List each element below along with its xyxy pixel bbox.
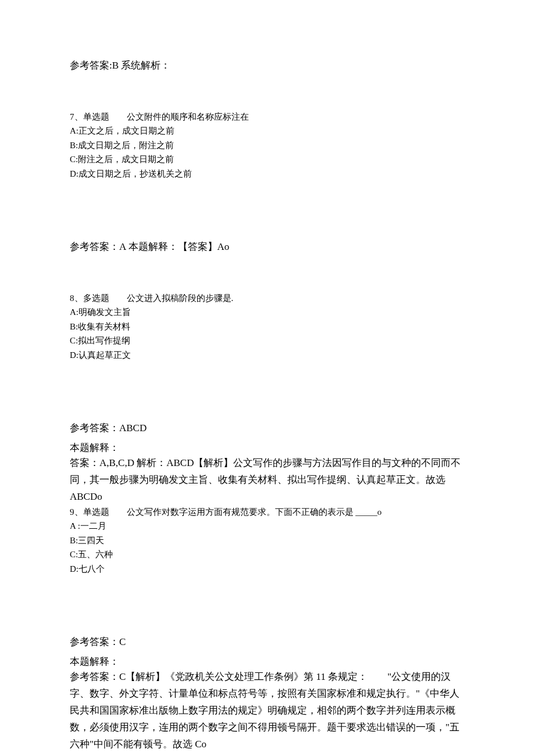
- q9-option-c: C:五、六种: [70, 548, 465, 561]
- q8-option-c: C:拟出写作提纲: [70, 334, 465, 347]
- q9-explain-head: 本题解释：: [70, 654, 465, 669]
- q9-header: 9、单选题 公文写作对数字运用方面有规范要求。下面不正确的表示是 _____o: [70, 506, 465, 519]
- q7-answer: 参考答案：A 本题解释：【答案】Ao: [70, 239, 465, 255]
- q8-option-a: A:明确发文主旨: [70, 306, 465, 319]
- spacer: [70, 181, 465, 239]
- spacer: [70, 259, 465, 292]
- q9-option-d: D:七八个: [70, 562, 465, 576]
- spacer: [70, 363, 465, 421]
- spacer: [70, 78, 465, 110]
- q7-option-c: C:附注之后，成文日期之前: [70, 153, 465, 166]
- document-page: 参考答案:B 系统解析： 7、单选题 公文附件的顺序和名称应标注在 A:正文之后…: [0, 0, 535, 756]
- q8-option-b: B:收集有关材料: [70, 320, 465, 334]
- q7-option-a: A:正文之后，成文日期之前: [70, 124, 465, 138]
- q8-explain-body: 答案：A,B,C,D 解析：ABCD【解析】公文写作的步骤与方法因写作目的与文种…: [70, 455, 465, 506]
- q7-header: 7、单选题 公文附件的顺序和名称应标注在: [70, 110, 465, 124]
- q8-answer: 参考答案：ABCD: [70, 421, 465, 436]
- q8-explain-head: 本题解释：: [70, 440, 465, 456]
- q9-option-b: B:三四天: [70, 534, 465, 547]
- q8-header: 8、多选题 公文进入拟稿阶段的步骤是.: [70, 292, 465, 305]
- q7-option-d: D:成文日期之后，抄送机关之前: [70, 167, 465, 181]
- q9-option-a: A :一二月: [70, 519, 465, 533]
- q8-option-d: D:认真起草正文: [70, 349, 465, 362]
- q9-explain-body: 参考答案：C【解析】《党政机关公文处理工作条例》第 11 条规定： "公文使用的…: [70, 669, 465, 753]
- q9-answer: 参考答案：C: [70, 635, 465, 650]
- spacer: [70, 576, 465, 635]
- q6-answer: 参考答案:B 系统解析：: [70, 58, 465, 73]
- q7-option-b: B:成文日期之后，附注之前: [70, 139, 465, 152]
